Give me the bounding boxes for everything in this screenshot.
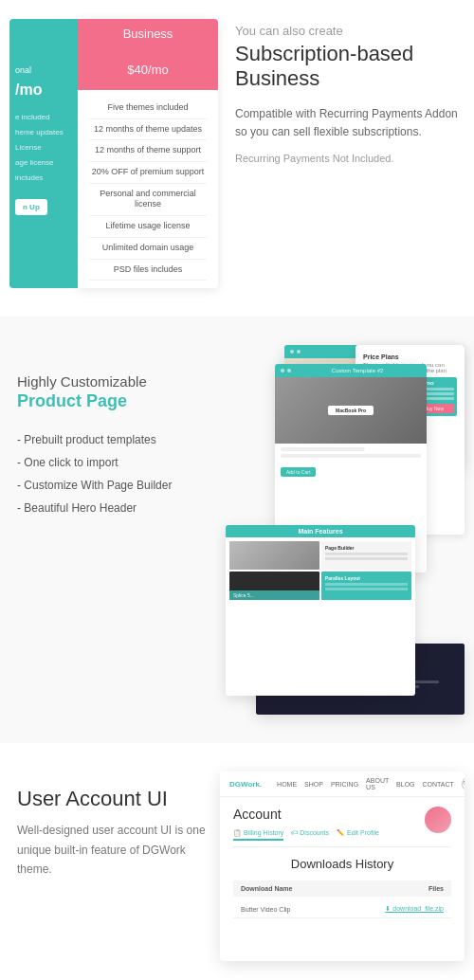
feature-item: 20% OFF of premium support — [89, 162, 207, 184]
account-description: Well-designed user account UI is one uni… — [17, 821, 207, 879]
product-section: Highly Customizable Product Page Prebuil… — [0, 317, 474, 743]
account-text: User Account UI Well-designed user accou… — [17, 771, 207, 879]
nav-item-shop: SHOP — [304, 781, 323, 788]
mock-add-cart[interactable]: Add to Cart — [281, 467, 316, 477]
feature-item: Personal and commercial license — [89, 184, 207, 216]
strip-signup-button[interactable]: n Up — [15, 199, 47, 215]
account-section: User Account UI Well-designed user accou… — [0, 743, 474, 980]
nav-item-about: ABOUT US — [366, 777, 389, 790]
account-title: User Account UI — [17, 787, 207, 811]
card-price: $40/mo — [78, 46, 218, 90]
mock-dot — [287, 369, 291, 372]
nav-item-contact: CONTACT — [423, 781, 454, 788]
tab-edit-profile[interactable]: ✏️ Edit Profile — [337, 829, 379, 841]
pricing-left-strip: onal /mo e included heme updates License… — [9, 19, 78, 288]
mock-content: Add to Cart — [275, 444, 427, 481]
feature-teal: Parallax Layout — [321, 572, 411, 600]
feature-text: Page Builder — [321, 541, 411, 570]
feature-item: Unlimited domain usage — [89, 238, 207, 260]
mock-title-bar: Custom Template #2 — [294, 368, 421, 373]
main-features-header: Main Features — [226, 525, 415, 537]
account-page-title: Account — [233, 807, 451, 822]
strip-price: /mo — [15, 82, 42, 99]
mock-dot — [290, 350, 294, 354]
product-screenshots: Custom Template #1 ▲ Custom Template #2 … — [226, 345, 465, 715]
download-link[interactable]: ⬇ download_file.zip — [385, 905, 444, 912]
feature-dark: Splice 5... — [229, 572, 319, 600]
table-header-name: Download Name — [241, 885, 376, 892]
tab-discounts[interactable]: 🏷 Discounts — [291, 829, 329, 841]
product-text: Highly Customizable Product Page Prebuil… — [17, 345, 216, 519]
nav-item-pricing: PRICING — [331, 781, 358, 788]
card-header: Business — [78, 19, 218, 46]
feature-img — [229, 541, 319, 570]
account-screenshot-mockup: DGWork. HOME SHOP PRICING ABOUT US BLOG … — [220, 771, 465, 961]
product-feature-item: Customize With Page Builder — [17, 474, 216, 497]
subscription-note: Recurring Payments Not Included. — [235, 153, 465, 164]
feature-item: 12 months of theme support — [89, 140, 207, 162]
subscription-description: Compatible with Recurring Payments Addon… — [235, 105, 465, 141]
feature-item: 12 months of theme updates — [89, 119, 207, 141]
product-feature-item: Beautiful Hero Header — [17, 497, 216, 519]
pricing-card-main: Business $40/mo Five themes included 12 … — [78, 19, 218, 288]
screenshot-main-features: Main Features Page Builder Splice 5... P… — [226, 525, 415, 696]
mock-dot — [297, 350, 301, 354]
price-amount: $40 — [127, 63, 148, 77]
product-title: Product Page — [17, 391, 216, 411]
strip-label: onal — [15, 64, 31, 78]
table-header: Download Name Files — [233, 880, 451, 897]
product-features-list: Prebuilt product templates One click to … — [17, 428, 216, 519]
table-cell-file: ⬇ download_file.zip — [376, 905, 444, 913]
mock-image: MacBook Pro — [275, 377, 427, 444]
account-logo: DGWork. — [229, 780, 262, 789]
product-feature-item: One click to import — [17, 451, 216, 474]
account-tabs[interactable]: 📋 Billing History 🏷 Discounts ✏️ Edit Pr… — [233, 829, 451, 847]
table-row: Butter Video Clip ⬇ download_file.zip — [233, 900, 451, 918]
feature-item: Lifetime usage license — [89, 216, 207, 238]
feature-item: PSD files includes — [89, 260, 207, 281]
product-feature-item: Prebuilt product templates — [17, 428, 216, 451]
feature-item: Five themes included — [89, 98, 207, 119]
features-grid: Page Builder Splice 5... Parallax Layout — [226, 537, 415, 604]
card-features-list: Five themes included 12 months of theme … — [78, 90, 218, 288]
subscription-text: You can also create Subscription-based B… — [218, 19, 465, 164]
table-header-files: Files — [376, 885, 444, 892]
subscription-section: onal /mo e included heme updates License… — [0, 0, 474, 317]
account-body: Account 📋 Billing History 🏷 Discounts ✏️… — [220, 797, 465, 928]
pricing-card-area: onal /mo e included heme updates License… — [9, 19, 218, 288]
strip-items: e included heme updates License age lice… — [15, 110, 64, 186]
mock-dot — [281, 369, 284, 372]
search-icon[interactable]: 🔍 — [462, 777, 465, 790]
tab-billing-history[interactable]: 📋 Billing History — [233, 829, 283, 841]
table-cell-name: Butter Video Clip — [241, 906, 376, 913]
downloads-history-title: Downloads History — [233, 857, 451, 871]
product-subtitle: Highly Customizable — [17, 373, 216, 390]
sub-also-label: You can also create — [235, 24, 465, 38]
price-plans-label: Price Plans — [363, 354, 457, 360]
nav-item-blog: BLOG — [396, 781, 414, 788]
account-nav: DGWork. HOME SHOP PRICING ABOUT US BLOG … — [220, 771, 465, 797]
nav-item-home: HOME — [277, 781, 297, 788]
subscription-title: Subscription-based Business — [235, 42, 465, 92]
price-period: /mo — [148, 63, 169, 77]
avatar — [425, 807, 451, 833]
